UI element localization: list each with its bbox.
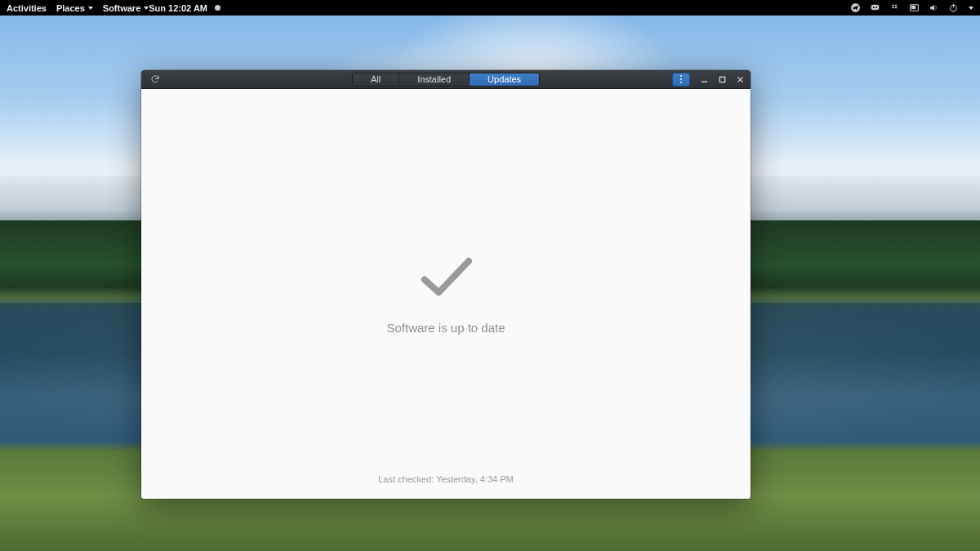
close-button[interactable] — [731, 70, 749, 89]
svg-rect-1 — [871, 5, 879, 11]
maximize-button[interactable] — [713, 70, 731, 89]
tab-all[interactable]: All — [353, 73, 399, 86]
software-label: Software — [103, 3, 140, 13]
refresh-icon — [150, 74, 160, 84]
dropbox-tray-icon[interactable] — [889, 2, 900, 14]
tab-installed[interactable]: Installed — [399, 73, 470, 86]
system-menu-chevron-icon[interactable] — [969, 7, 973, 10]
telegram-tray-icon[interactable] — [849, 2, 861, 14]
notification-dot-icon — [215, 5, 220, 11]
maximize-icon — [719, 76, 726, 83]
tab-updates-label: Updates — [488, 74, 521, 84]
chevron-down-icon — [88, 7, 93, 10]
svg-rect-5 — [911, 6, 915, 8]
power-tray-icon[interactable] — [947, 2, 959, 14]
places-menu[interactable]: Places — [56, 3, 93, 13]
volume-tray-icon[interactable] — [928, 2, 939, 14]
minimize-button[interactable] — [695, 70, 713, 89]
tab-all-label: All — [371, 74, 381, 84]
close-icon — [737, 76, 744, 83]
tab-updates[interactable]: Updates — [470, 73, 539, 86]
view-switcher: All Installed Updates — [352, 73, 540, 87]
svg-point-2 — [872, 7, 874, 8]
refresh-button[interactable] — [146, 72, 164, 87]
activities-label: Activities — [7, 3, 47, 13]
checkmark-icon — [417, 254, 474, 303]
kebab-icon — [680, 75, 682, 83]
software-window: All Installed Updates — [141, 70, 751, 499]
svg-rect-9 — [719, 77, 724, 82]
discord-tray-icon[interactable] — [869, 2, 880, 14]
activities-button[interactable]: Activities — [7, 3, 47, 13]
minimize-icon — [701, 76, 708, 83]
window-headerbar: All Installed Updates — [141, 70, 751, 89]
panel-clock[interactable]: Sun 12:02 AM — [149, 3, 849, 13]
clock-text: Sun 12:02 AM — [149, 3, 207, 13]
places-label: Places — [56, 3, 85, 13]
status-text: Software is up to date — [386, 321, 505, 335]
tab-installed-label: Installed — [417, 74, 451, 84]
hamburger-menu-button[interactable] — [672, 73, 690, 87]
updates-pane: Software is up to date Last checked: Yes… — [141, 89, 751, 499]
workspaces-tray-icon[interactable] — [908, 2, 920, 14]
svg-point-3 — [875, 7, 877, 8]
last-checked-text: Last checked: Yesterday, 4:34 PM — [141, 474, 751, 484]
software-menu[interactable]: Software — [103, 3, 149, 13]
gnome-top-panel: Activities Places Software Sun 12:02 AM — [0, 0, 980, 16]
